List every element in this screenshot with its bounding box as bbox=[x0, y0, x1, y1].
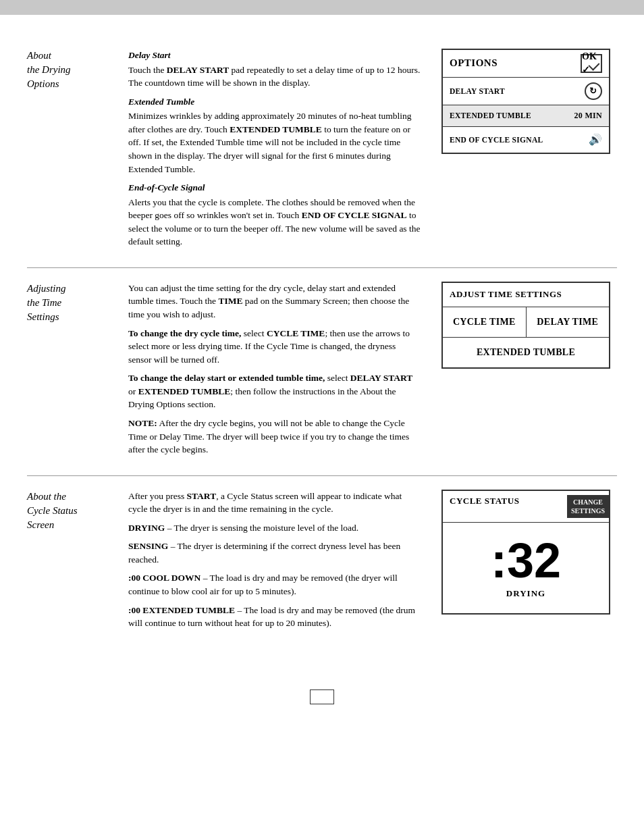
options-title: OPTIONS bbox=[450, 56, 498, 71]
extended-tumble-button[interactable]: EXTENDED TUMBLE bbox=[443, 338, 609, 367]
extended-tumble-label: EXTENDED TUMBLE bbox=[450, 110, 531, 122]
adjust-buttons-row: CYCLE TIME DELAY TIME bbox=[443, 307, 609, 338]
text-extended-tumble: Minimizes wrinkles by adding approximate… bbox=[128, 109, 421, 176]
text-cycle-time: To change the dry cycle time, select CYC… bbox=[128, 327, 421, 367]
options-panel: OPTIONS OK ✓ DELAY START ↻ EXTENDED TUMB… bbox=[441, 49, 610, 154]
top-bar bbox=[0, 0, 644, 15]
section-drying-options: Aboutthe DryingOptions Delay Start Touch… bbox=[27, 35, 617, 268]
cycle-display: :32 DRYING bbox=[443, 523, 609, 614]
cycle-status-display: DRYING bbox=[506, 588, 545, 600]
end-of-cycle-label: END OF CYCLE SIGNAL bbox=[450, 134, 543, 146]
text-adjusting-intro: You can adjust the time setting for the … bbox=[128, 282, 421, 321]
section-cycle-status: About theCycle StatusScreen After you pr… bbox=[27, 476, 617, 649]
subheading-extended-tumble: Extended Tumble bbox=[128, 95, 421, 109]
change-settings-button[interactable]: CHANGESETTINGS bbox=[567, 495, 609, 518]
cycle-time-display: :32 bbox=[491, 536, 561, 585]
text-note: NOTE: After the dry cycle begins, you wi… bbox=[128, 417, 421, 457]
page-number bbox=[310, 689, 334, 704]
section-title-adjusting: Adjustingthe TimeSettings bbox=[27, 282, 115, 462]
cycle-header: CYCLE STATUS CHANGESETTINGS bbox=[443, 491, 609, 523]
text-delay-tumble: To change the delay start or extended tu… bbox=[128, 371, 421, 411]
options-row-delay-start: DELAY START ↻ bbox=[443, 78, 609, 105]
options-row-end-of-cycle: END OF CYCLE SIGNAL 🔊 bbox=[443, 127, 609, 152]
cycle-status-title: CYCLE STATUS bbox=[450, 495, 519, 508]
section-title-drying: Aboutthe DryingOptions bbox=[27, 49, 115, 254]
section-body-adjusting: You can adjust the time setting for the … bbox=[128, 282, 428, 462]
adjust-header: ADJUST TIME SETTINGS bbox=[443, 283, 609, 307]
delay-start-label: DELAY START bbox=[450, 86, 505, 97]
cycle-panel: CYCLE STATUS CHANGESETTINGS :32 DRYING bbox=[441, 490, 610, 615]
text-extended-tumble-desc: :00 EXTENDED TUMBLE – The load is dry an… bbox=[128, 604, 421, 630]
page-content: Aboutthe DryingOptions Delay Start Touch… bbox=[0, 15, 644, 676]
options-header: OPTIONS OK ✓ bbox=[443, 50, 609, 78]
text-end-of-cycle: Alerts you that the cycle is complete. T… bbox=[128, 196, 421, 249]
text-cool-down: :00 COOL DOWN – The load is dry and may … bbox=[128, 571, 421, 598]
section-title-cycle: About theCycle StatusScreen bbox=[27, 490, 115, 635]
text-drying: DRYING – The dryer is sensing the moistu… bbox=[128, 521, 421, 535]
sound-icon: 🔊 bbox=[589, 132, 602, 147]
adjust-panel: ADJUST TIME SETTINGS CYCLE TIME DELAY TI… bbox=[441, 282, 610, 369]
subheading-end-of-cycle: End-of-Cycle Signal bbox=[128, 181, 421, 194]
cycle-time-button[interactable]: CYCLE TIME bbox=[443, 307, 527, 337]
text-delay-start: Touch the DELAY START pad repeatedly to … bbox=[128, 63, 421, 90]
section-body-cycle: After you press START, a Cycle Status sc… bbox=[128, 490, 428, 635]
diagram-cycle: CYCLE STATUS CHANGESETTINGS :32 DRYING bbox=[441, 490, 617, 635]
section-adjusting-time: Adjustingthe TimeSettings You can adjust… bbox=[27, 268, 617, 476]
options-row-extended-tumble: EXTENDED TUMBLE 20 MIN bbox=[443, 105, 609, 127]
delay-start-icon: ↻ bbox=[585, 82, 602, 100]
subheading-delay-start: Delay Start bbox=[128, 49, 421, 62]
text-sensing: SENSING – The dryer is determining if th… bbox=[128, 540, 421, 566]
delay-time-button[interactable]: DELAY TIME bbox=[527, 307, 610, 337]
diagram-adjust: ADJUST TIME SETTINGS CYCLE TIME DELAY TI… bbox=[441, 282, 617, 462]
text-cycle-intro: After you press START, a Cycle Status sc… bbox=[128, 490, 421, 516]
diagram-options: OPTIONS OK ✓ DELAY START ↻ EXTENDED TUMB… bbox=[441, 49, 617, 254]
extended-tumble-value: 20 MIN bbox=[574, 110, 602, 122]
ok-label: OK ✓ bbox=[582, 50, 601, 78]
section-body-drying: Delay Start Touch the DELAY START pad re… bbox=[128, 49, 428, 254]
ok-button[interactable]: OK ✓ bbox=[581, 54, 602, 73]
